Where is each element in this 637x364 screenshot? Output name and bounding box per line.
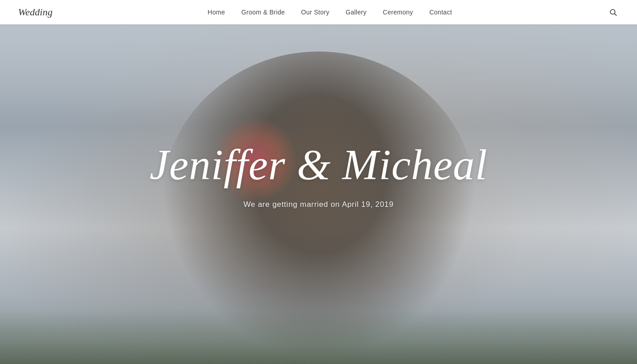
hero-title: Jeniffer & Micheal: [150, 143, 488, 187]
hero-subtitle: We are getting married on April 19, 2019: [243, 200, 393, 209]
site-logo[interactable]: Wedding: [18, 6, 52, 18]
nav-item-contact[interactable]: Contact: [429, 8, 452, 16]
nav-link-home[interactable]: Home: [208, 9, 225, 16]
nav-item-our-story[interactable]: Our Story: [301, 8, 329, 16]
search-button[interactable]: [607, 6, 619, 18]
hero-content: Jeniffer & Micheal We are getting marrie…: [0, 24, 637, 364]
nav-menu: Home Groom & Bride Our Story Gallery Cer…: [208, 8, 452, 16]
nav-link-gallery[interactable]: Gallery: [345, 9, 366, 16]
nav-item-gallery[interactable]: Gallery: [345, 8, 366, 16]
nav-link-contact[interactable]: Contact: [429, 9, 452, 16]
nav-item-home[interactable]: Home: [208, 8, 225, 16]
hero-section: Jeniffer & Micheal We are getting marrie…: [0, 24, 637, 364]
nav-link-ceremony[interactable]: Ceremony: [383, 9, 413, 16]
search-icon: [609, 8, 617, 16]
navbar: Wedding Home Groom & Bride Our Story Gal…: [0, 0, 637, 24]
nav-item-groom-bride[interactable]: Groom & Bride: [241, 8, 285, 16]
svg-line-1: [614, 14, 616, 15]
nav-item-ceremony[interactable]: Ceremony: [383, 8, 413, 16]
nav-link-our-story[interactable]: Our Story: [301, 9, 329, 16]
nav-link-groom-bride[interactable]: Groom & Bride: [241, 9, 285, 16]
